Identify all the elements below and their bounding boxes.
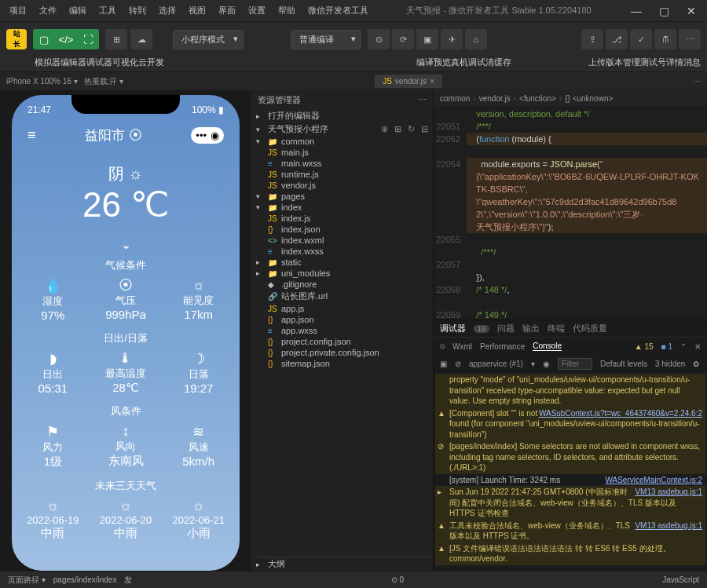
filter-input[interactable] (558, 358, 592, 370)
page-route-select[interactable]: 页面路径 ▾ (8, 575, 46, 586)
debug-tab[interactable]: 输出 (522, 323, 540, 334)
file-node[interactable]: {}sitemap.json (251, 358, 433, 369)
compile-button[interactable]: ⟳ (392, 29, 414, 49)
maximize-button[interactable]: ▢ (654, 5, 674, 17)
city-title[interactable]: 益阳市 ⦿ (85, 126, 142, 144)
outline-section[interactable]: ▸大纲 (251, 557, 433, 571)
file-node[interactable]: JSmain.js (251, 147, 433, 158)
menu-编辑[interactable]: 编辑 (66, 3, 90, 18)
console-output[interactable]: property "mode" of "uni_modules/uview-ui… (434, 372, 707, 571)
breadcrumb[interactable]: common›vendor.js›<function>›{} <unknown> (434, 90, 707, 106)
menu-界面[interactable]: 界面 (215, 3, 239, 18)
file-node[interactable]: ≡app.wxss (251, 325, 433, 336)
file-node[interactable]: JSvendor.js (251, 180, 433, 191)
file-node[interactable]: ▸📁static (251, 257, 433, 268)
view-toggle[interactable]: ▢ (33, 29, 55, 49)
breadcrumb-item[interactable]: vendor.js (479, 94, 511, 103)
file-node[interactable]: <>index.wxml (251, 235, 433, 246)
hot-reload-toggle[interactable]: 热重载:开 ▾ (84, 76, 124, 87)
language-mode[interactable]: JavaScript (662, 575, 699, 584)
editor-tab-vendor[interactable]: JS vendor.js × (375, 75, 443, 88)
minimize-button[interactable]: — (626, 5, 647, 17)
explorer-more-icon[interactable]: ⋯ (418, 95, 427, 105)
right-toolbar-button[interactable]: ⋯ (679, 29, 701, 49)
file-node[interactable]: ▾📁common (251, 136, 433, 147)
sidebar-icon[interactable]: ▣ (440, 360, 447, 368)
debug-tab[interactable]: 代码质量 (573, 323, 607, 334)
file-node[interactable]: ▾📁index (251, 202, 433, 213)
context-select[interactable]: appservice (#1) (469, 360, 523, 368)
editor-overflow-icon[interactable]: ⋯ (693, 77, 701, 86)
compile-button[interactable]: ⊙ (368, 29, 390, 49)
toolbar-button[interactable]: ⊞ (105, 29, 127, 49)
menu-选择[interactable]: 选择 (156, 3, 179, 18)
capsule-button[interactable]: •••◉ (191, 127, 224, 144)
menu-文件[interactable]: 文件 (36, 3, 60, 18)
tab-console[interactable]: Console (533, 341, 562, 351)
breadcrumb-item[interactable]: <function> (519, 94, 556, 103)
hidden-count[interactable]: 3 hidden (655, 360, 685, 368)
send-button[interactable]: 发 (124, 575, 132, 586)
code-editor[interactable]: 22051220522205422055220572205822059 vers… (434, 106, 707, 320)
menu-微信开发者工具[interactable]: 微信开发者工具 (305, 3, 372, 18)
menu-视图[interactable]: 视图 (185, 3, 209, 18)
file-node[interactable]: {}app.json (251, 314, 433, 325)
tab-wxml[interactable]: Wxml (452, 342, 472, 351)
compile-button[interactable]: ✈ (441, 29, 463, 49)
tab-close-icon[interactable]: × (430, 77, 434, 86)
right-toolbar-button[interactable]: ⇪ (581, 29, 603, 49)
eye-icon[interactable]: ◉ (543, 360, 550, 368)
levels-select[interactable]: Default levels (600, 360, 647, 368)
right-toolbar-button[interactable]: ⫚ (654, 29, 676, 49)
toolbar-button[interactable]: ☁ (130, 29, 152, 49)
menu-工具[interactable]: 工具 (96, 3, 119, 18)
file-node[interactable]: ▾📁pages (251, 191, 433, 202)
menu-icon[interactable]: ≡ (27, 127, 36, 144)
file-node[interactable]: JSapp.js (251, 303, 433, 314)
device-select[interactable]: iPhone X 100% 16 ▾ (6, 77, 78, 86)
explorer-action-icon[interactable]: ⊟ (421, 124, 428, 134)
debug-tab[interactable]: 调试器 (440, 323, 466, 334)
panel-close-icon[interactable]: ✕ (694, 342, 701, 351)
file-node[interactable]: 🔗站长图库.url (251, 290, 433, 303)
debug-tab[interactable]: 问题 (497, 323, 515, 334)
debug-tab[interactable]: 终端 (548, 323, 565, 334)
compile-button[interactable]: ⌂ (465, 29, 487, 49)
settings-icon[interactable]: ✿ (693, 360, 699, 368)
clear-icon[interactable]: ⊘ (455, 360, 461, 368)
menu-设置[interactable]: 设置 (245, 3, 269, 18)
file-node[interactable]: {}index.json (251, 224, 433, 235)
menu-项目[interactable]: 项目 (6, 3, 30, 18)
explorer-action-icon[interactable]: ⊕ (381, 124, 388, 134)
mode-select[interactable]: 小程序模式 (173, 30, 244, 49)
file-node[interactable]: {}project.config.json (251, 336, 433, 347)
code-body[interactable]: version, description, default */ /***/ (… (467, 106, 707, 320)
explorer-action-icon[interactable]: ↻ (408, 124, 415, 134)
project-root[interactable]: ▾天气预报小程序 ⊕⊞↻⊟ (251, 122, 433, 136)
file-node[interactable]: ≡index.wxss (251, 246, 433, 257)
warning-count[interactable]: ▲ 15 (635, 342, 654, 351)
file-node[interactable]: {}project.private.config.json (251, 347, 433, 358)
expand-arrow-icon[interactable]: ⌃ (680, 342, 687, 351)
expand-icon[interactable]: ⌄ (16, 237, 235, 252)
tab-performance[interactable]: Performance (480, 342, 525, 351)
file-node[interactable]: ◆.gitignore (251, 279, 433, 290)
explorer-action-icon[interactable]: ⊞ (394, 124, 401, 134)
ban-icon[interactable]: ⦸ (440, 341, 445, 351)
right-toolbar-button[interactable]: ⎇ (606, 29, 628, 49)
compile-select[interactable]: 普通编译 (291, 30, 361, 49)
view-toggle[interactable]: </> (55, 29, 77, 49)
view-toggle[interactable]: ⛶ (77, 29, 99, 49)
breadcrumb-item[interactable]: common (440, 94, 470, 103)
mock-indicator[interactable]: ⊙ 0 (391, 575, 404, 584)
open-editors-section[interactable]: ▸打开的编辑器 (251, 109, 433, 122)
menu-帮助[interactable]: 帮助 (275, 3, 299, 18)
close-button[interactable]: ✕ (682, 5, 701, 17)
file-node[interactable]: ≡main.wxss (251, 158, 433, 169)
menu-转到[interactable]: 转到 (126, 3, 149, 18)
compile-button[interactable]: ▣ (416, 29, 438, 49)
file-node[interactable]: JSruntime.js (251, 169, 433, 180)
breadcrumb-item[interactable]: {} <unknown> (565, 94, 613, 103)
file-node[interactable]: ▸📁uni_modules (251, 268, 433, 279)
info-count[interactable]: ■ 1 (661, 342, 672, 351)
